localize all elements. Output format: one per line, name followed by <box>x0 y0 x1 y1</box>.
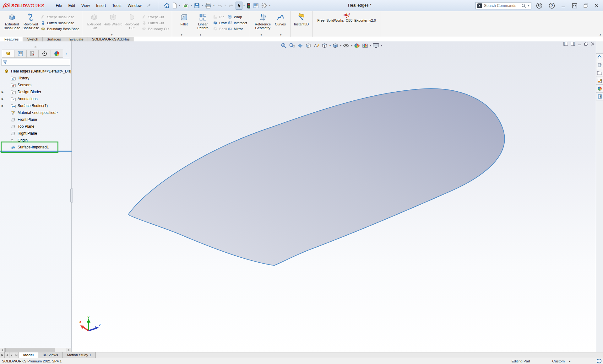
search-magnifier-icon[interactable] <box>521 3 526 8</box>
swept-cut-button[interactable]: Swept Cut <box>142 14 169 19</box>
tab-features[interactable]: Features <box>0 37 23 41</box>
custom-properties-button[interactable] <box>596 93 603 100</box>
zoom-to-fit-button[interactable] <box>280 42 287 49</box>
extruded-boss-base-button[interactable]: Extruded Boss/Base <box>3 12 21 30</box>
user-account-icon[interactable] <box>535 2 544 9</box>
tree-item-top-plane[interactable]: Top Plane <box>0 123 71 130</box>
open-button[interactable] <box>182 2 190 9</box>
draft-button[interactable]: Draft <box>213 20 227 25</box>
expand-caret[interactable]: ▶ <box>2 90 4 94</box>
shell-button[interactable]: Shell <box>213 26 227 31</box>
featuremanager-tree-tab[interactable] <box>2 50 14 58</box>
home-taskpane-button[interactable] <box>596 53 603 61</box>
scroll-right-button[interactable] <box>67 348 71 352</box>
dimxpert-manager-tab[interactable] <box>39 50 51 58</box>
rebuild-button[interactable] <box>246 2 252 10</box>
revolved-cut-button[interactable]: Revolved Cut <box>122 12 141 30</box>
doc-close-button[interactable] <box>591 42 595 46</box>
tree-filter-field[interactable] <box>1 59 70 66</box>
motion-study-tab[interactable]: Motion Study 1 <box>63 352 96 358</box>
reference-geometry-dropdown-caret[interactable]: ▾ <box>261 33 262 36</box>
ribbon-collapse-caret[interactable]: ▴ <box>600 33 601 36</box>
tree-item-front-plane[interactable]: Front Plane <box>0 116 71 123</box>
tree-item-surface-bodies[interactable]: ▶ Surface Bodies(1) <box>0 102 71 109</box>
mirror-button[interactable]: Mirror <box>227 26 247 31</box>
units-globe-icon[interactable] <box>596 358 602 364</box>
hole-wizard-button[interactable]: Hole Wizard <box>104 12 122 26</box>
curves-button[interactable]: Curves <box>273 12 288 26</box>
tree-item-origin[interactable]: Origin <box>0 137 71 144</box>
tree-root-heal-edges[interactable]: Heal edges (Default<<Default>_Displ <box>0 68 71 75</box>
view-settings-button[interactable] <box>372 43 380 49</box>
menu-view[interactable]: View <box>78 2 93 9</box>
undo-dropdown-caret[interactable]: ▾ <box>225 4 226 7</box>
edit-appearance-button[interactable] <box>353 42 361 49</box>
tab-surfaces[interactable]: Surfaces <box>43 37 65 41</box>
rollback-bar[interactable] <box>0 151 72 152</box>
menu-window[interactable]: Window <box>124 2 144 9</box>
lofted-cut-button[interactable]: Lofted Cut <box>142 20 169 25</box>
menu-insert[interactable]: Insert <box>93 2 109 9</box>
search-dropdown-caret[interactable]: ▾ <box>528 4 529 7</box>
select-tool-button[interactable] <box>236 2 242 10</box>
linear-pattern-dropdown-caret[interactable]: ▾ <box>200 33 201 36</box>
tree-item-right-plane[interactable]: Right Plane <box>0 130 71 137</box>
options-dropdown-caret[interactable]: ▾ <box>269 4 270 7</box>
display-style-caret[interactable]: ▾ <box>340 44 341 47</box>
print-button[interactable] <box>204 2 212 9</box>
fillet-dropdown-caret[interactable]: ▾ <box>181 33 182 36</box>
new-document-button[interactable] <box>171 2 178 9</box>
menu-file[interactable]: File <box>52 2 65 9</box>
first-tab-button[interactable] <box>0 352 5 358</box>
doc-pane-left-icon[interactable] <box>563 42 568 46</box>
hide-show-items-button[interactable] <box>342 43 350 48</box>
minimize-button[interactable] <box>560 3 567 8</box>
scrollbar-thumb[interactable] <box>5 348 55 352</box>
panel-splitter-dot[interactable] <box>35 46 36 48</box>
curves-dropdown-caret[interactable]: ▾ <box>280 33 282 36</box>
units-selector[interactable]: Custom ▴ <box>552 359 570 363</box>
tree-item-design-binder[interactable]: ▶ Design Binder <box>0 88 71 95</box>
redo-button[interactable] <box>227 2 235 9</box>
obj-exporter-button[interactable]: obj ▼ Free_SolidWorks_OBJ_Exporter_v2.0 <box>315 12 378 22</box>
doc-restore-button[interactable] <box>584 42 588 46</box>
home-button[interactable] <box>163 2 171 9</box>
menu-edit[interactable]: Edit <box>65 2 79 9</box>
new-dropdown-caret[interactable]: ▾ <box>179 4 180 7</box>
hide-show-annotations-button[interactable]: A <box>313 42 320 49</box>
tree-item-sensors[interactable]: Sensors <box>0 82 71 88</box>
menu-tools[interactable]: Tools <box>109 2 124 9</box>
3d-views-tab[interactable]: 3D Views <box>38 352 62 358</box>
panel-splitter-grip[interactable] <box>70 188 73 203</box>
open-dropdown-caret[interactable]: ▾ <box>191 4 192 7</box>
appearances-scenes-button[interactable] <box>596 85 603 93</box>
boundary-cut-button[interactable]: Boundary Cut <box>142 26 169 31</box>
search-commands-box[interactable]: ▾ <box>475 2 531 9</box>
linear-pattern-button[interactable]: Linear Pattern <box>193 12 212 30</box>
file-explorer-button[interactable] <box>596 69 603 77</box>
swept-boss-base-button[interactable]: Swept Boss/Base <box>41 14 79 19</box>
intersect-button[interactable]: Intersect <box>227 20 247 25</box>
surface-model[interactable] <box>72 41 596 352</box>
hide-show-items-caret[interactable]: ▾ <box>351 44 352 47</box>
save-dropdown-caret[interactable]: ▾ <box>202 4 203 7</box>
view-orientation-button[interactable] <box>321 42 328 49</box>
section-view-button[interactable] <box>305 42 312 49</box>
lofted-boss-base-button[interactable]: Lofted Boss/Base <box>41 20 79 25</box>
restore-window-button[interactable] <box>582 3 590 9</box>
display-style-button[interactable] <box>332 42 339 49</box>
expand-caret[interactable]: ▶ <box>2 97 4 100</box>
expand-panes-button[interactable] <box>570 3 579 9</box>
wrap-button[interactable]: ab Wrap <box>227 14 247 19</box>
tree-item-surface-imported1[interactable]: Surface-Imported1 <box>0 144 71 151</box>
select-dropdown-caret[interactable]: ▾ <box>243 4 245 7</box>
tree-item-history[interactable]: History <box>0 75 71 82</box>
tree-horizontal-scrollbar[interactable] <box>0 348 71 352</box>
panel-tabs-overflow-chevron[interactable]: › <box>63 50 69 58</box>
print-dropdown-caret[interactable]: ▾ <box>213 4 215 7</box>
revolved-boss-base-button[interactable]: Revolved Boss/Base <box>21 12 40 30</box>
display-manager-tab[interactable] <box>51 50 63 58</box>
hole-wizard-dropdown-caret[interactable]: ▾ <box>111 33 113 36</box>
previous-view-button[interactable] <box>296 42 304 49</box>
search-commands-input[interactable] <box>484 3 520 8</box>
